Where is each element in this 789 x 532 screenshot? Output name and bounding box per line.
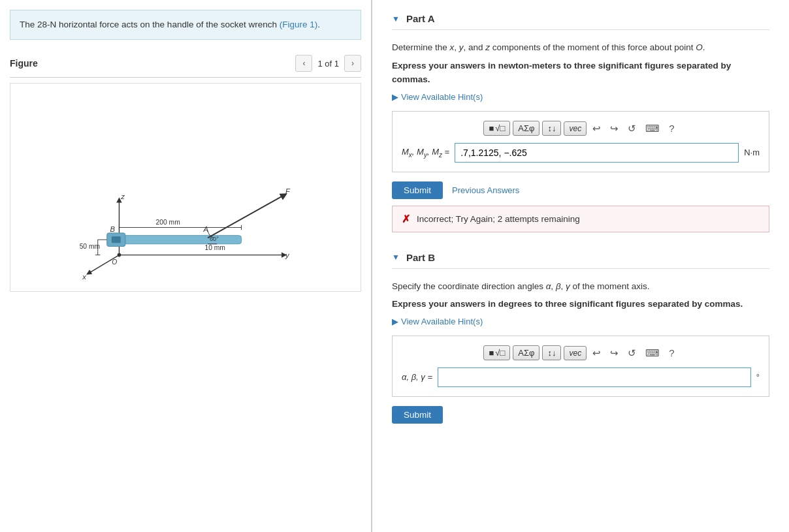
- part-b-submit-button[interactable]: Submit: [392, 406, 443, 424]
- part-a-hint-link[interactable]: ▶ View Available Hint(s): [392, 92, 769, 102]
- figure-svg: z x y: [10, 84, 350, 286]
- part-b-hint-link[interactable]: ▶ View Available Hint(s): [392, 317, 769, 326]
- vec-button-a[interactable]: vec: [564, 121, 587, 136]
- svg-text:y: y: [285, 252, 290, 260]
- asigma-button-a[interactable]: AΣφ: [513, 121, 539, 136]
- svg-text:A: A: [203, 225, 208, 233]
- keyboard-button-b[interactable]: ⌨: [642, 345, 663, 361]
- figure-title: Figure: [10, 58, 38, 69]
- part-b-header: ▼ Part B: [392, 252, 769, 269]
- problem-text: The 28-N horizontal force acts on the ha…: [20, 20, 280, 29]
- svg-text:z: z: [120, 193, 125, 200]
- figure-section: Figure ‹ 1 of 1 › z x y: [0, 50, 371, 532]
- problem-statement: The 28-N horizontal force acts on the ha…: [10, 10, 361, 40]
- part-b-input-label: α, β, γ =: [402, 372, 432, 382]
- redo-button-b[interactable]: ↪: [607, 345, 622, 361]
- nav-next-button[interactable]: ›: [344, 55, 361, 72]
- undo-button-b[interactable]: ↩: [589, 345, 604, 361]
- part-b-label: Part B: [406, 252, 435, 263]
- right-panel: ▼ Part A Determine the x, y, and z compo…: [372, 0, 789, 532]
- svg-rect-12: [119, 236, 241, 244]
- svg-text:B: B: [110, 225, 115, 233]
- undo-button-a[interactable]: ↩: [589, 121, 604, 136]
- asigma-button-b[interactable]: AΣφ: [513, 345, 539, 360]
- help-button-b[interactable]: ?: [666, 345, 677, 360]
- svg-text:F: F: [285, 187, 291, 195]
- part-a-instruction: Express your answers in newton-meters to…: [392, 59, 769, 87]
- part-a-answer-box: ■ √□ AΣφ ↕↓ vec ↩ ↪ ↺ ⌨ ? Mx, My, Mz =: [392, 111, 769, 172]
- radical-icon-a: ■: [489, 123, 494, 133]
- part-a-description: Determine the x, y, and z components of …: [392, 40, 769, 55]
- part-b-hint-arrow: ▶: [392, 317, 398, 326]
- part-b-unit: °: [756, 372, 760, 382]
- part-b-answer-box: ■ √□ AΣφ ↕↓ vec ↩ ↪ ↺ ⌨ ? α, β, γ = °: [392, 336, 769, 397]
- svg-text:50 mm: 50 mm: [80, 243, 100, 250]
- part-a-toolbar: ■ √□ AΣφ ↕↓ vec ↩ ↪ ↺ ⌨ ?: [402, 121, 760, 136]
- radical-label-b: √□: [495, 348, 505, 358]
- nav-prev-button[interactable]: ‹: [295, 55, 312, 72]
- part-a-input[interactable]: [455, 143, 739, 163]
- help-button-a[interactable]: ?: [666, 121, 677, 136]
- arrows-button-b[interactable]: ↕↓: [542, 345, 561, 360]
- part-a-header: ▼ Part A: [392, 13, 769, 30]
- part-a-hint-arrow: ▶: [392, 92, 398, 102]
- radical-button-a[interactable]: ■ √□: [483, 121, 510, 136]
- radical-label-a: √□: [495, 123, 505, 133]
- error-icon: ✗: [402, 213, 410, 225]
- reset-button-b[interactable]: ↺: [624, 345, 639, 361]
- part-b-toggle[interactable]: ▼: [392, 253, 400, 262]
- vec-button-b[interactable]: vec: [564, 346, 587, 360]
- svg-text:10 mm: 10 mm: [204, 244, 225, 251]
- part-b-input-row: α, β, γ = °: [402, 368, 760, 387]
- part-a-hint-text: View Available Hint(s): [401, 92, 483, 102]
- part-a-input-row: Mx, My, Mz = N·m: [402, 143, 760, 163]
- redo-button-a[interactable]: ↪: [607, 121, 622, 136]
- svg-line-18: [208, 195, 284, 238]
- part-a-input-label: Mx, My, Mz =: [402, 147, 449, 159]
- figure-nav: ‹ 1 of 1 ›: [295, 55, 361, 72]
- part-a-prev-answers-link[interactable]: Previous Answers: [452, 185, 519, 195]
- radical-button-b[interactable]: ■ √□: [483, 345, 510, 360]
- part-a-error-box: ✗ Incorrect; Try Again; 2 attempts remai…: [392, 206, 769, 232]
- svg-text:200 mm: 200 mm: [156, 219, 180, 226]
- figure-link[interactable]: (Figure 1): [280, 20, 318, 29]
- part-b-submit-row: Submit: [392, 406, 769, 424]
- part-b-section: ▼ Part B Specify the coordinate directio…: [392, 252, 769, 424]
- reset-button-a[interactable]: ↺: [624, 121, 639, 136]
- part-a-toggle[interactable]: ▼: [392, 14, 400, 23]
- left-panel: The 28-N horizontal force acts on the ha…: [0, 0, 372, 532]
- part-b-instruction: Express your answers in degrees to three…: [392, 297, 769, 311]
- arrows-button-a[interactable]: ↕↓: [542, 121, 561, 136]
- svg-text:x: x: [82, 273, 86, 281]
- part-b-input[interactable]: [438, 368, 751, 387]
- part-b-description: Specify the coordinate direction angles …: [392, 279, 769, 294]
- svg-text:O: O: [112, 258, 117, 266]
- part-a-unit: N·m: [744, 148, 760, 157]
- radical-icon-b: ■: [489, 348, 494, 358]
- figure-scroll-area[interactable]: z x y: [10, 83, 361, 292]
- part-a-error-text: Incorrect; Try Again; 2 attempts remaini…: [417, 214, 580, 224]
- nav-page-count: 1 of 1: [317, 59, 339, 69]
- part-a-submit-button[interactable]: Submit: [392, 181, 443, 199]
- svg-rect-14: [112, 237, 120, 243]
- figure-header: Figure ‹ 1 of 1 ›: [10, 50, 361, 78]
- part-a-label: Part A: [406, 13, 435, 24]
- part-a-section: ▼ Part A Determine the x, y, and z compo…: [392, 13, 769, 232]
- part-b-toolbar: ■ √□ AΣφ ↕↓ vec ↩ ↪ ↺ ⌨ ?: [402, 345, 760, 361]
- keyboard-button-a[interactable]: ⌨: [642, 121, 663, 136]
- svg-point-10: [118, 253, 121, 257]
- part-b-hint-text: View Available Hint(s): [401, 317, 483, 326]
- part-a-submit-row: Submit Previous Answers: [392, 181, 769, 199]
